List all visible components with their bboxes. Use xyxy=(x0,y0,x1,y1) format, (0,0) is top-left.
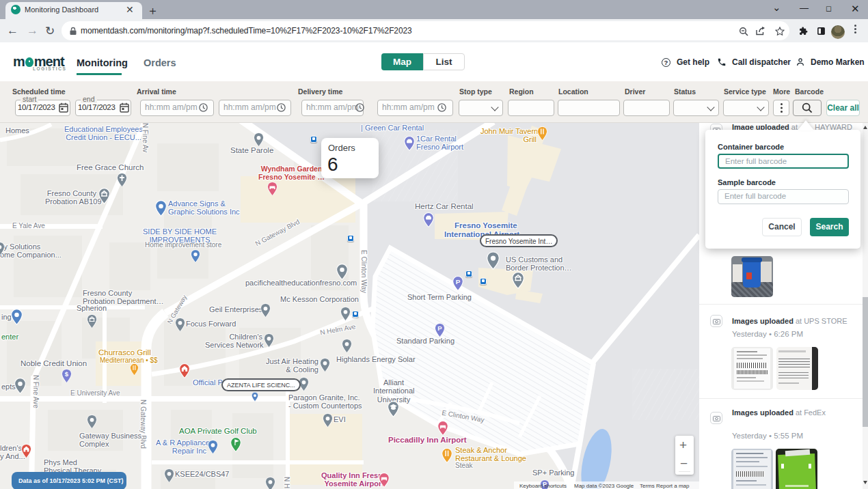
svg-text:$: $ xyxy=(65,370,69,378)
svg-text:P: P xyxy=(437,324,442,332)
svg-text:P: P xyxy=(456,278,461,285)
